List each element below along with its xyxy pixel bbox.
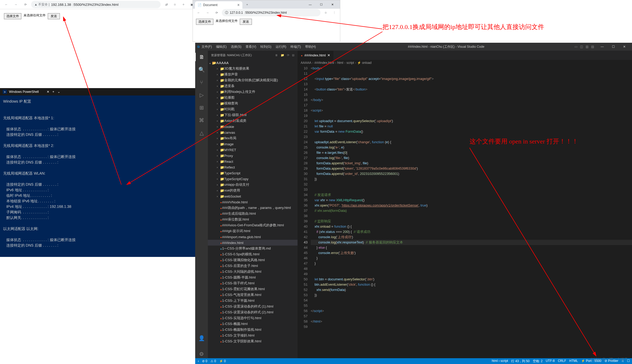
close-button[interactable]: ✕ — [619, 43, 630, 51]
status-item[interactable]: CRLF — [558, 359, 566, 363]
layout-icon[interactable]: ◫ — [580, 45, 583, 49]
status-errors[interactable]: ⊘ 0 — [202, 359, 207, 363]
tree-file[interactable]: ⬥ ####VNode.html — [208, 199, 298, 205]
tree-file[interactable]: ⬥ ###座位数据.html — [208, 217, 298, 222]
tree-file[interactable]: ⬥ 1-CSS-玻璃拟物化风格.html — [208, 257, 298, 263]
star-icon[interactable]: ☆ — [322, 9, 329, 16]
layout-icon[interactable]: ▤ — [591, 45, 594, 49]
share-icon[interactable]: ⇄ — [163, 1, 170, 8]
status-warnings[interactable]: ⚠ 0 — [210, 359, 216, 363]
menu-icon[interactable]: ⋮ — [331, 9, 338, 16]
tree-folder[interactable]: › 📁 轮播图 — [208, 95, 298, 100]
tree-file[interactable]: ⬥ 1~-CSS-分辨率and媒体查询.md — [208, 246, 298, 251]
tree-folder[interactable]: › 📁 image — [208, 141, 298, 147]
tree-file[interactable]: ⬥ 1-CSS-文字阴影效果.html — [208, 338, 298, 344]
tree-file[interactable]: ⬥ ###git-提示词.html — [208, 228, 298, 234]
minimize-button[interactable]: — — [305, 1, 316, 8]
code-editor[interactable]: 1011121314151617181920212223242526272829… — [298, 66, 632, 358]
tree-folder[interactable]: › 📁 进度条 — [208, 83, 298, 89]
tree-file[interactable]: ⬥ ###index.html — [208, 240, 298, 246]
tree-file[interactable]: ⬥ ###import.meta.glob.html — [208, 234, 298, 240]
file-tree[interactable]: ⌄ 📂 AAAAA› 📁 3D魔方相册效果› 📁 播放声音› 📁 金额的元角分转… — [208, 60, 298, 344]
tree-file[interactable]: ⬥ 1-CSS-设置滚动条的样式 (1).html — [208, 304, 298, 309]
tab-close-icon[interactable]: ✕ — [237, 3, 240, 7]
send-button[interactable]: 发送 — [240, 19, 252, 25]
tree-folder[interactable]: › 📁 MYRET — [208, 147, 298, 153]
choose-file-button[interactable]: 选择文件 — [4, 13, 21, 19]
tree-folder[interactable]: › 📁 金额的元角分转换(已解决精度问题) — [208, 77, 298, 83]
tree-file[interactable]: ⬥ 1-CSS-后置的盒子.html — [208, 263, 298, 269]
tree-file[interactable]: ⬥ 1-CSS-霓虹灯花瓣效果.html — [208, 286, 298, 292]
layout-icon[interactable]: ▭ — [574, 45, 577, 49]
nav-reload[interactable]: ⟳ — [22, 1, 29, 8]
tree-folder[interactable]: › 📁 React — [208, 159, 298, 164]
debug-icon[interactable]: ▷ — [195, 91, 208, 99]
collapse-icon[interactable]: ⊟ — [292, 54, 294, 57]
testing-icon[interactable]: △ — [195, 129, 208, 137]
tree-folder[interactable]: › 📁 模糊查询 — [208, 100, 298, 106]
tree-file[interactable]: ⬥ 1-CSS-设置滚动条的样式 (2).html — [208, 309, 298, 315]
tree-file[interactable]: ⬥ ###生成后端路由.html — [208, 211, 298, 217]
status-item[interactable]: HTML — [569, 359, 578, 363]
nav-back[interactable]: ← — [195, 9, 202, 16]
tree-folder[interactable]: › 📁 uniapp-自动支付 — [208, 182, 298, 188]
tree-file[interactable]: ⬥ 1-CSS-上下半圆.html — [208, 298, 298, 304]
nav-forward[interactable]: → — [12, 1, 20, 8]
new-tab-button[interactable]: + — [52, 90, 54, 94]
nav-back[interactable]: ← — [3, 1, 10, 8]
close-button[interactable]: ✕ — [327, 1, 338, 8]
browser-tab[interactable]: 📄 Document ✕ — [195, 1, 242, 9]
remote-indicator[interactable]: ⫞ — [197, 359, 199, 363]
refresh-icon[interactable]: ⟳ — [287, 54, 289, 57]
nav-reload[interactable]: ⟳ — [213, 9, 220, 16]
status-item[interactable]: html › script — [492, 359, 508, 363]
tree-file[interactable]: ⬥ 1-CSS-实现选中打勾.html — [208, 315, 298, 321]
dropdown-icon[interactable]: ⌄ — [58, 90, 60, 94]
tree-folder[interactable]: › 📁 canvas — [208, 130, 298, 135]
tree-folder[interactable]: › 📁 播放声音 — [208, 71, 298, 77]
tree-folder[interactable]: › 📁 Axios封装成类 — [208, 118, 298, 124]
powershell-output[interactable]: Windows IP 配置 无线局域网适配器 本地连接* 1: 媒体状态 . .… — [0, 95, 195, 251]
tree-file[interactable]: ⬥ 1-CSS-圆圈-半圆.html — [208, 275, 298, 280]
status-ports[interactable]: ⚡ 0 — [219, 359, 226, 363]
menu-item[interactable]: 选择(S) — [229, 44, 243, 50]
tree-file[interactable]: ⬥ 1-CSS-气泡背景效果.html — [208, 292, 298, 298]
tab-close-icon[interactable]: ✕ — [47, 90, 49, 94]
tree-folder[interactable]: › 📁 3D魔方相册效果 — [208, 66, 298, 71]
tree-file[interactable]: ⬥ 1-CSS-大间隔的虚线.html — [208, 269, 298, 275]
menu-item[interactable]: 文件(F) — [200, 44, 214, 50]
settings-icon[interactable]: ⚙ — [195, 350, 208, 358]
tree-folder[interactable]: › 📁 vue的使用 — [208, 188, 298, 193]
tab-close-icon[interactable]: ✕ — [327, 53, 330, 57]
breadcrumb[interactable]: AAAAA›###index.html›html›script›⚡ onload — [298, 60, 632, 66]
send-button[interactable]: 发送 — [48, 13, 60, 19]
new-file-icon[interactable]: 🗎 — [275, 54, 278, 57]
menu-item[interactable]: 查看(V) — [244, 44, 258, 50]
tree-file[interactable]: ⬥ ###路由的path，name，params，query.html — [208, 205, 298, 211]
status-item[interactable]: 空格: 2 — [533, 359, 543, 363]
tree-folder[interactable]: › 📁 flex布局 — [208, 135, 298, 141]
tree-file[interactable]: ⬥ 1-CSS-文字倾斜.html — [208, 333, 298, 338]
new-folder-icon[interactable]: 📁 — [281, 54, 284, 57]
remote-icon[interactable]: ⌘ — [195, 116, 208, 124]
tree-folder[interactable]: › 📁 TypeScript — [208, 170, 298, 176]
maximize-button[interactable]: ☐ — [608, 43, 619, 51]
tree-folder[interactable]: › 📁 下拉-级联.html — [208, 112, 298, 118]
search-icon[interactable]: 🔍 — [195, 65, 208, 74]
choose-file-button[interactable]: 选择文件 — [196, 19, 213, 25]
layout-icon[interactable]: ▥ — [586, 45, 588, 49]
account-icon[interactable]: 👤 — [195, 334, 208, 342]
tree-folder[interactable]: › 📁 webSocket — [208, 193, 298, 199]
source-control-icon[interactable]: ⑂ — [195, 78, 208, 87]
extension-icon[interactable]: ✧ — [180, 1, 187, 8]
status-item[interactable]: 行 43，列 50 — [511, 359, 529, 363]
tree-root[interactable]: ⌄ 📂 AAAAA — [208, 60, 298, 66]
tree-file[interactable]: ⬥ 1-CSS-筛子样式.html — [208, 280, 298, 286]
tree-file[interactable]: ⬥ 1-CSS-椭圆.html — [208, 321, 298, 327]
tree-file[interactable]: ⬥ ###Axios-Get-FromData格式的参数.html — [208, 222, 298, 228]
url-bar[interactable]: ⓘ 127.0.0.1:5500/%23%23%23index.html — [222, 9, 320, 16]
extensions-icon[interactable]: ⊞ — [195, 103, 208, 112]
menu-item[interactable]: 转到(G) — [258, 44, 273, 50]
menu-item[interactable]: 编辑(E) — [214, 44, 228, 50]
menu-item[interactable]: 帮助(H) — [303, 44, 318, 50]
